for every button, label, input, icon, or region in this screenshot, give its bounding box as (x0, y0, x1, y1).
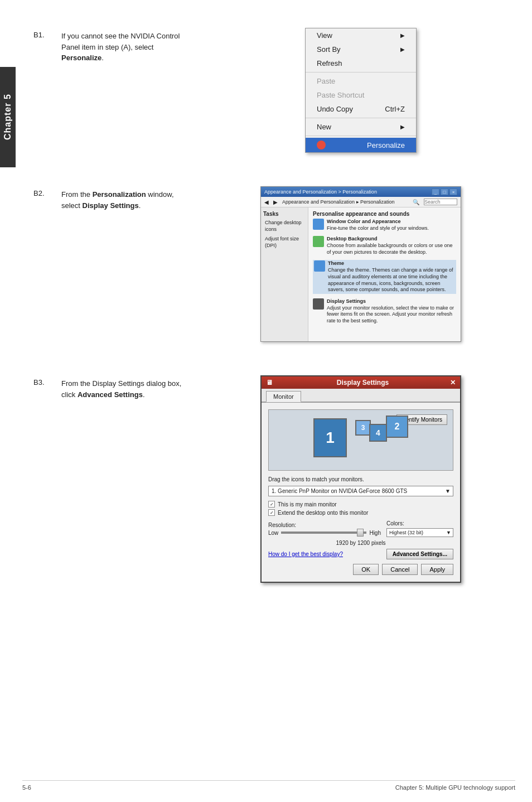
advanced-settings-btn[interactable]: Advanced Settings... (386, 549, 453, 559)
section-b3-image: 🖥 Display Settings ✕ Monitor Identify Mo… (206, 375, 515, 583)
window-color-title: Window Color and Appearance (327, 219, 401, 224)
section-b1: B1. If you cannot see the NVIDIA Control… (33, 28, 515, 153)
checkbox-main-monitor: ✓ This is my main monitor (268, 501, 453, 508)
checkbox-main-box[interactable]: ✓ (268, 501, 275, 508)
menu-item-paste-shortcut[interactable]: Paste Shortcut (306, 88, 416, 102)
menu-item-refresh-label: Refresh (317, 59, 342, 67)
cancel-btn-label: Cancel (390, 566, 409, 573)
theme-desc: Change the theme. Themes can change a wi… (328, 267, 453, 292)
win-main-title: Personalise appearance and sounds (313, 211, 456, 217)
apply-btn[interactable]: Apply (421, 564, 453, 575)
window-color-icon (313, 219, 324, 230)
step-b3-content: From the Display Settings dialog box, cl… (61, 378, 190, 400)
theme-text: Theme Change the theme. Themes can chang… (328, 260, 455, 293)
step-b2-num: B2. (33, 189, 61, 211)
win-maximize-btn[interactable]: □ (441, 189, 448, 195)
menu-item-sortby[interactable]: Sort By ▶ (306, 42, 416, 56)
colors-label-text: Colors: (386, 520, 404, 526)
step-b1-indent: B1. If you cannot see the NVIDIA Control… (33, 31, 190, 64)
context-menu: View ▶ Sort By ▶ Refresh Paste Paste Sho… (305, 28, 417, 153)
chapter-tab: Chapter 5 (0, 67, 16, 167)
win-search-input[interactable] (424, 199, 457, 205)
section-b3-text: B3. From the Display Settings dialog box… (33, 375, 190, 400)
win-option-display[interactable]: Display Settings Adjust your monitor res… (313, 298, 456, 325)
resolution-value-label: 1920 by 1200 pixels (268, 540, 453, 546)
win-toolbar: ◀ ▶ Appearance and Personalization ▸ Per… (261, 197, 461, 207)
menu-item-undo-copy[interactable]: Undo Copy Ctrl+Z (306, 102, 416, 116)
win-sidebar: Tasks Change desktop icons Adjust font s… (261, 207, 308, 341)
view-arrow: ▶ (400, 32, 405, 38)
step-id-b1: B1 (33, 31, 42, 39)
cancel-btn[interactable]: Cancel (382, 564, 418, 575)
page-footer: 5-6 Chapter 5: Multiple GPU technology s… (22, 780, 515, 791)
desktop-bg-icon (313, 236, 324, 247)
win-close-btn[interactable]: × (449, 189, 457, 195)
monitor-dropdown[interactable]: 1. Generic PnP Monitor on NVIDIA GeForce… (268, 486, 453, 496)
checkbox-main-label: This is my main monitor (278, 501, 337, 508)
menu-item-personalize[interactable]: Personalize (306, 138, 416, 152)
step-id-b3: B3 (33, 378, 42, 386)
colors-arrow: ▼ (446, 530, 451, 535)
step-b1-num: B1. (33, 31, 61, 64)
win-option-desktop-bg: Desktop Background Choose from available… (313, 236, 456, 255)
tab-monitor-label: Monitor (273, 393, 294, 400)
display-text: Display Settings Adjust your monitor res… (327, 298, 456, 325)
menu-item-refresh[interactable]: Refresh (306, 56, 416, 70)
checkbox-extend-label: Extend the desktop onto this monitor (278, 510, 368, 516)
monitor-3[interactable]: 3 (355, 420, 371, 436)
resolution-value: 1920 by 1200 pixels (336, 540, 386, 546)
display-drag-text: Drag the icons to match your monitors. (268, 476, 453, 482)
win-minimize-btn[interactable]: _ (432, 189, 439, 195)
colors-dropdown-label: Highest (32 bit) (389, 530, 423, 535)
menu-item-paste-label: Paste (317, 77, 335, 85)
monitor-4[interactable]: 4 (369, 424, 387, 442)
checkbox-extend-box[interactable]: ✓ (268, 509, 275, 516)
display-tab-monitor[interactable]: Monitor (266, 391, 301, 402)
win-sidebar-adjust-font[interactable]: Adjust font size (DPI) (263, 235, 306, 250)
monitors-area: Identify Monitors 1 2 3 4 (268, 409, 453, 471)
page-content: B1. If you cannot see the NVIDIA Control… (22, 0, 532, 633)
menu-item-new[interactable]: New ▶ (306, 120, 416, 134)
apply-btn-label: Apply (429, 566, 445, 573)
colors-dropdown[interactable]: Highest (32 bit) ▼ (386, 528, 453, 537)
desktop-bg-text: Desktop Background Choose from available… (327, 236, 456, 255)
display-dialog-icon: 🖥 (266, 379, 273, 386)
sortby-arrow: ▶ (400, 46, 405, 52)
section-b2: B2. From the Personalization window, sel… (33, 186, 515, 342)
menu-item-personalize-label: Personalize (367, 141, 405, 149)
win-sidebar-change-icons[interactable]: Change desktop icons (263, 219, 306, 234)
section-b1-image: View ▶ Sort By ▶ Refresh Paste Paste Sho… (206, 28, 515, 153)
best-display-link[interactable]: How do I get the best display? (268, 551, 343, 557)
monitor-dropdown-label: 1. Generic PnP Monitor on NVIDIA GeForce… (272, 488, 407, 494)
theme-title: Theme (328, 260, 344, 266)
separator-3 (306, 136, 416, 136)
chapter-tab-label: Chapter 5 (3, 94, 13, 141)
win-forward-btn[interactable]: ▶ (273, 199, 278, 205)
step-b1-content: If you cannot see the NVIDIA Control Pan… (61, 31, 190, 64)
win-main: Personalise appearance and sounds Window… (308, 207, 461, 341)
win-title: Appearance and Personalization > Persona… (264, 189, 377, 195)
personalize-icon (317, 141, 326, 149)
separator-1 (306, 72, 416, 73)
step-b2-content: From the Personalization window, select … (61, 189, 190, 211)
monitor-1[interactable]: 1 (313, 418, 347, 457)
ok-btn-label: OK (361, 566, 370, 573)
colors-section: Colors: Highest (32 bit) ▼ (386, 520, 453, 537)
desktop-bg-desc: Choose from available backgrounds or col… (327, 243, 453, 255)
win-titlebar: Appearance and Personalization > Persona… (261, 187, 461, 197)
menu-item-paste[interactable]: Paste (306, 74, 416, 88)
monitor-2[interactable]: 2 (386, 416, 408, 438)
step-b3-num: B3. (33, 378, 61, 400)
display-icon (313, 298, 324, 310)
section-b2-text: B2. From the Personalization window, sel… (33, 186, 190, 211)
resolution-slider[interactable] (281, 532, 366, 534)
ok-btn[interactable]: OK (353, 564, 379, 575)
slider-high: High (369, 530, 381, 536)
resolution-label-text: Resolution: (268, 522, 296, 528)
drag-text-label: Drag the icons to match your monitors. (268, 476, 364, 482)
menu-item-view[interactable]: View ▶ (306, 28, 416, 42)
display-dialog-close-btn[interactable]: ✕ (450, 379, 456, 386)
menu-item-sortby-label: Sort By (317, 45, 341, 54)
win-back-btn[interactable]: ◀ (264, 199, 269, 205)
slider-container: Low High (268, 530, 381, 536)
